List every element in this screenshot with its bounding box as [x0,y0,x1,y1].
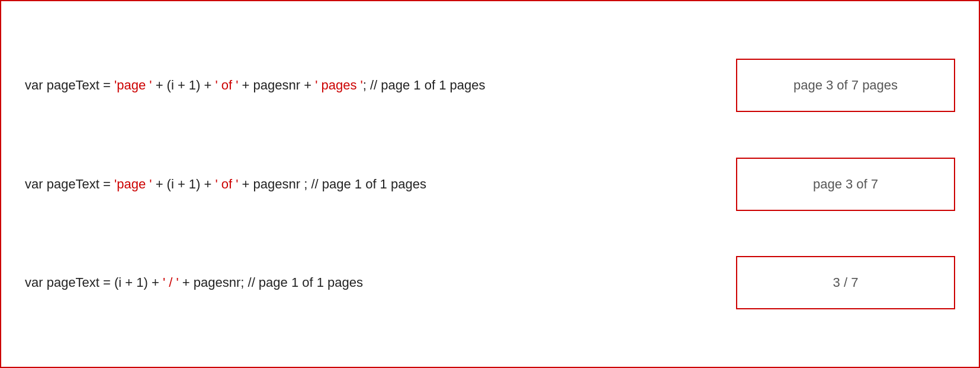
code-prefix-1: var pageText = [25,78,114,92]
code-part-1-5: ' pages ' [315,78,363,92]
main-container: var pageText = 'page ' + (i + 1) + ' of … [1,1,979,367]
code-part-3-1: ' / ' [163,275,179,290]
code-part-1-3: ' of ' [216,78,239,92]
code-part-1-6: ; // page 1 of 1 pages [363,78,486,92]
code-prefix-2: var pageText = [25,177,114,191]
row-2: var pageText = 'page ' + (i + 1) + ' of … [25,158,955,211]
code-part-2-3: ' of ' [216,177,239,191]
row-3: var pageText = (i + 1) + ' / ' + pagesnr… [25,256,955,309]
preview-box-1: page 3 of 7 pages [736,59,955,112]
code-block-2: var pageText = 'page ' + (i + 1) + ' of … [25,177,712,192]
code-part-2-4: + pagesnr ; // page 1 of 1 pages [239,177,426,191]
preview-box-2: page 3 of 7 [736,158,955,211]
code-block-1: var pageText = 'page ' + (i + 1) + ' of … [25,78,712,93]
code-part-1-4: + pagesnr + [239,78,316,92]
code-part-1-2: + (i + 1) + [152,78,216,92]
preview-box-3: 3 / 7 [736,256,955,309]
code-part-2-2: + (i + 1) + [152,177,216,191]
code-block-3: var pageText = (i + 1) + ' / ' + pagesnr… [25,275,712,290]
code-part-3-2: + pagesnr; // page 1 of 1 pages [179,275,363,290]
code-part-1-1: 'page ' [114,78,152,92]
code-prefix-3: var pageText = (i + 1) + [25,275,163,290]
code-part-2-1: 'page ' [114,177,152,191]
row-1: var pageText = 'page ' + (i + 1) + ' of … [25,59,955,112]
